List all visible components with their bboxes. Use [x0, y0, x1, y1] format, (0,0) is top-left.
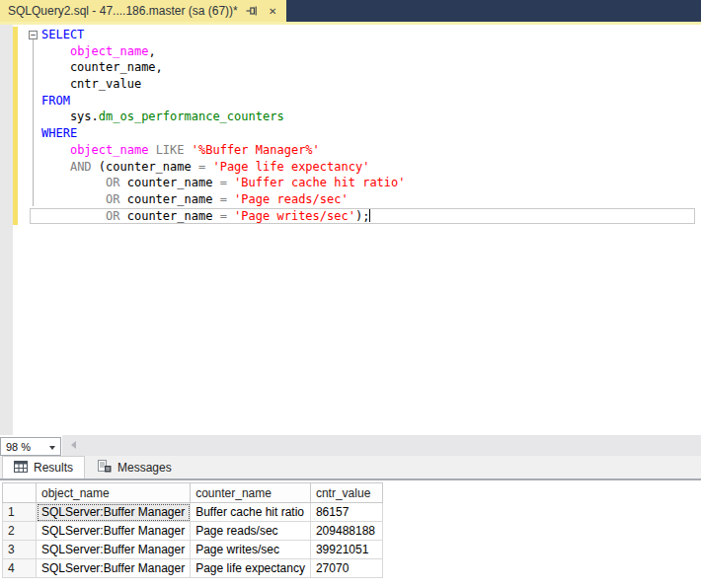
grid-cell[interactable]: 39921051: [310, 541, 382, 559]
table-row: 2SQLServer:Buffer ManagerPage reads/sec2…: [3, 522, 383, 541]
code-line[interactable]: object_name,: [41, 43, 695, 60]
editor-bottom-bar: 98 %: [0, 435, 701, 456]
code-segment: object_name: [70, 44, 148, 58]
code-segment: OR: [106, 192, 119, 206]
document-tab-title: SQLQuery2.sql - 47....186.master (sa (67…: [8, 4, 238, 18]
code-segment: object_name: [70, 143, 148, 157]
code-line[interactable]: SELECT: [41, 27, 695, 43]
row-header[interactable]: 3: [3, 541, 37, 559]
code-segment: [41, 143, 70, 157]
code-segment: SELECT: [41, 28, 84, 41]
code-segment: [41, 176, 106, 189]
code-line[interactable]: object_name LIKE '%Buffer Manager%': [41, 142, 695, 159]
code-segment: [148, 143, 155, 157]
grid-header-row: object_name counter_name cntr_value: [3, 483, 383, 503]
code-segment: 'Buffer cache hit ratio': [234, 176, 405, 189]
ssms-window: SQLQuery2.sql - 47....186.master (sa (67…: [0, 0, 701, 588]
results-pane-tabs: Results Messages: [0, 456, 701, 480]
table-row: 1SQLServer:Buffer ManagerBuffer cache hi…: [3, 503, 383, 522]
close-icon[interactable]: ✕: [267, 5, 279, 18]
code-segment: =: [220, 176, 227, 189]
grid-cell[interactable]: 27070: [310, 559, 382, 578]
results-grid: object_name counter_name cntr_value 1SQL…: [2, 482, 383, 578]
row-header[interactable]: 1: [3, 503, 37, 522]
tab-results-label: Results: [34, 461, 73, 475]
row-header[interactable]: 4: [3, 559, 37, 578]
grid-cell[interactable]: SQLServer:Buffer Manager: [37, 541, 191, 559]
code-segment: [41, 44, 70, 58]
code-line-current[interactable]: OR counter_name = 'Page writes/sec');: [30, 208, 695, 225]
corner-header-cell[interactable]: [3, 483, 37, 503]
code-segment: cntr_value: [41, 77, 141, 91]
grid-cell[interactable]: SQLServer:Buffer Manager: [37, 522, 191, 541]
code-line[interactable]: cntr_value: [41, 76, 695, 93]
grid-cell[interactable]: SQLServer:Buffer Manager: [37, 503, 191, 522]
column-header-cntr-value[interactable]: cntr_value: [310, 483, 382, 503]
code-segment: [41, 192, 106, 206]
table-row: 4SQLServer:Buffer ManagerPage life expec…: [3, 559, 383, 578]
code-segment: AND: [70, 160, 92, 174]
code-segment: [41, 160, 70, 174]
fold-region-line: [33, 39, 34, 206]
code-segment: WHERE: [41, 126, 77, 140]
code-segment: LIKE: [156, 143, 185, 157]
code-line[interactable]: sys.dm_os_performance_counters: [41, 109, 695, 125]
code-line[interactable]: FROM: [41, 93, 695, 110]
scroll-left-arrow-icon[interactable]: [71, 441, 76, 449]
code-segment: dm_os_performance_counters: [99, 110, 284, 123]
code-segment: (counter_name: [92, 160, 198, 174]
code-segment: 'Page reads/sec': [234, 192, 349, 206]
document-tab-strip: SQLQuery2.sql - 47....186.master (sa (67…: [0, 0, 701, 22]
grid-cell[interactable]: Page writes/sec: [191, 541, 311, 559]
code-segment: sys.: [41, 110, 99, 123]
code-area[interactable]: SELECT object_name, counter_name, cntr_v…: [41, 27, 695, 224]
code-segment: OR: [106, 209, 119, 223]
code-segment: OR: [106, 176, 119, 189]
grid-cell[interactable]: Page life expectancy: [191, 559, 311, 578]
text-caret: [369, 209, 370, 222]
collapse-region-toggle[interactable]: −: [29, 31, 38, 39]
column-header-object-name[interactable]: object_name: [37, 483, 191, 503]
code-segment: 'Page writes/sec': [234, 209, 355, 223]
table-row: 3SQLServer:Buffer ManagerPage writes/sec…: [3, 541, 383, 559]
tab-messages-label: Messages: [117, 461, 172, 475]
grid-cell[interactable]: Buffer cache hit ratio: [191, 503, 311, 522]
document-tab[interactable]: SQLQuery2.sql - 47....186.master (sa (67…: [0, 0, 286, 22]
tab-results[interactable]: Results: [2, 456, 85, 478]
grid-cell[interactable]: SQLServer:Buffer Manager: [37, 559, 191, 578]
zoom-level-value: 98 %: [6, 441, 31, 453]
code-segment: ,: [148, 44, 155, 58]
code-segment: counter_name: [119, 192, 219, 206]
indicator-margin: [0, 25, 13, 435]
sql-editor[interactable]: − SELECT object_name, counter_name, cntr…: [0, 25, 701, 435]
column-header-counter-name[interactable]: counter_name: [191, 483, 311, 503]
code-line[interactable]: counter_name,: [41, 59, 695, 76]
code-segment: FROM: [41, 94, 70, 108]
code-segment: =: [220, 192, 227, 206]
pin-icon[interactable]: [246, 5, 259, 18]
tab-messages[interactable]: Messages: [87, 456, 183, 478]
zoom-level-select[interactable]: 98 %: [0, 437, 61, 456]
code-segment: counter_name,: [41, 60, 163, 74]
code-segment: counter_name: [119, 176, 219, 189]
results-pane: object_name counter_name cntr_value 1SQL…: [0, 480, 701, 588]
code-segment: 'Page life expectancy': [212, 160, 369, 174]
code-line[interactable]: OR counter_name = 'Page reads/sec': [41, 191, 695, 208]
code-segment: [185, 143, 192, 157]
code-segment: );: [355, 209, 369, 223]
horizontal-scrollbar[interactable]: [62, 435, 701, 456]
code-line[interactable]: AND (counter_name = 'Page life expectanc…: [41, 159, 695, 176]
code-segment: =: [220, 209, 227, 223]
results-grid-icon: [14, 461, 28, 476]
code-line[interactable]: WHERE: [41, 125, 695, 142]
code-segment: [41, 209, 106, 223]
grid-cell[interactable]: Page reads/sec: [191, 522, 311, 541]
messages-icon: [98, 460, 112, 476]
chevron-down-icon[interactable]: [49, 446, 55, 450]
code-line[interactable]: OR counter_name = 'Buffer cache hit rati…: [41, 175, 695, 191]
grid-cell[interactable]: 209488188: [310, 522, 382, 541]
code-segment: counter_name: [119, 209, 219, 223]
row-header[interactable]: 2: [3, 522, 37, 541]
grid-cell[interactable]: 86157: [310, 503, 382, 522]
change-tracking-bar: [13, 27, 18, 225]
